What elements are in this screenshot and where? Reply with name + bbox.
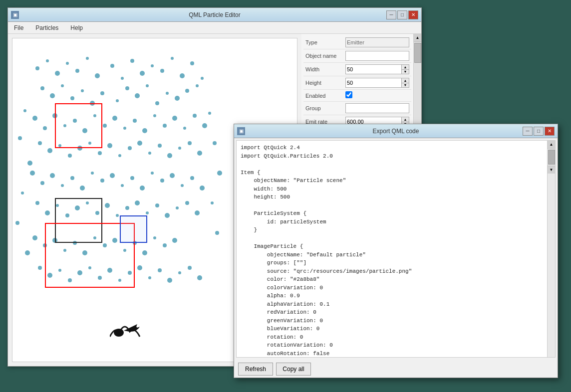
svg-point-131: [167, 278, 172, 283]
svg-point-27: [146, 84, 149, 87]
prop-height-up[interactable]: ▲: [402, 78, 409, 83]
export-scroll-up[interactable]: ▲: [548, 141, 555, 149]
svg-point-99: [165, 213, 170, 218]
prop-height-input[interactable]: [345, 78, 401, 88]
menu-particles[interactable]: Particles: [31, 23, 62, 32]
svg-point-76: [110, 173, 115, 178]
svg-point-102: [195, 210, 200, 215]
code-text[interactable]: import QtQuick 2.4 import QtQuick.Partic…: [237, 141, 547, 357]
svg-point-82: [170, 173, 175, 178]
svg-point-143: [217, 171, 222, 176]
export-maximize-button[interactable]: □: [534, 127, 544, 136]
svg-point-26: [135, 93, 140, 98]
minimize-button[interactable]: ─: [386, 10, 396, 19]
export-title-bar: ▣ Export QML code ─ □ ✕: [234, 124, 558, 138]
svg-point-41: [112, 116, 117, 121]
export-dialog: ▣ Export QML code ─ □ ✕ import QtQuick 2…: [234, 124, 558, 378]
prop-type-input: [345, 37, 409, 47]
svg-point-85: [200, 186, 205, 191]
prop-group-input[interactable]: [345, 103, 409, 113]
copy-all-button[interactable]: Copy all: [276, 363, 311, 376]
svg-point-3: [66, 62, 69, 65]
svg-point-133: [188, 266, 192, 270]
close-button[interactable]: ✕: [408, 10, 418, 19]
svg-point-34: [43, 126, 47, 130]
svg-point-132: [178, 271, 181, 274]
svg-point-47: [172, 116, 177, 121]
export-close-button[interactable]: ✕: [545, 127, 555, 136]
svg-point-68: [30, 171, 35, 176]
svg-point-101: [185, 201, 189, 205]
svg-point-51: [38, 141, 42, 145]
scroll-arrow-up[interactable]: ▲: [414, 34, 421, 42]
export-scroll-down[interactable]: ▼: [548, 166, 555, 174]
prop-height-down[interactable]: ▼: [402, 83, 409, 88]
prop-height-label: Height: [303, 76, 343, 90]
svg-point-15: [190, 61, 194, 65]
properties-table: Type Object name: [303, 36, 411, 129]
svg-point-6: [95, 73, 100, 78]
svg-point-13: [171, 57, 174, 60]
svg-point-86: [35, 201, 39, 205]
prop-width-up[interactable]: ▲: [402, 65, 409, 70]
svg-point-24: [116, 99, 119, 102]
svg-point-0: [35, 66, 39, 70]
svg-point-84: [190, 176, 194, 180]
svg-point-10: [140, 71, 145, 76]
svg-point-65: [178, 147, 181, 150]
emitter-box-red-top[interactable]: [55, 103, 102, 148]
svg-point-11: [151, 64, 154, 67]
prop-width-down[interactable]: ▼: [402, 70, 409, 74]
svg-point-52: [47, 148, 52, 153]
svg-point-28: [155, 101, 159, 105]
svg-point-114: [142, 250, 147, 255]
svg-point-67: [197, 151, 202, 156]
svg-point-146: [114, 329, 124, 337]
svg-point-63: [158, 144, 162, 148]
bird-silhouette: [110, 317, 150, 342]
prop-enabled-checkbox[interactable]: [345, 91, 352, 98]
menu-file[interactable]: File: [10, 23, 27, 32]
scroll-thumb[interactable]: [414, 43, 421, 63]
prop-objectname-label: Object name: [303, 49, 343, 63]
svg-point-103: [32, 235, 37, 240]
svg-point-60: [128, 146, 132, 150]
export-minimize-button[interactable]: ─: [523, 127, 533, 136]
svg-point-98: [155, 203, 159, 207]
maximize-button[interactable]: □: [397, 10, 407, 19]
export-code-area: import QtQuick 2.4 import QtQuick.Partic…: [236, 140, 556, 358]
svg-point-40: [103, 124, 107, 128]
svg-point-42: [123, 127, 126, 130]
refresh-button[interactable]: Refresh: [238, 363, 273, 376]
emitter-box-blue[interactable]: [120, 215, 147, 243]
svg-point-33: [32, 116, 37, 121]
svg-point-1: [46, 59, 49, 62]
svg-point-142: [213, 141, 217, 145]
svg-point-79: [140, 186, 145, 191]
prop-width-input[interactable]: [345, 64, 401, 74]
prop-objectname-value: [343, 49, 411, 63]
svg-point-129: [148, 276, 151, 279]
svg-point-73: [80, 186, 85, 191]
svg-point-75: [100, 179, 104, 183]
svg-point-45: [153, 114, 156, 117]
svg-point-118: [38, 266, 42, 270]
svg-point-141: [208, 112, 211, 115]
menu-help[interactable]: Help: [66, 23, 87, 32]
svg-point-71: [61, 184, 64, 187]
prop-objectname-row: Object name: [303, 49, 411, 63]
prop-objectname-input[interactable]: [345, 51, 409, 61]
prop-emitrate-up[interactable]: ▲: [402, 117, 409, 122]
svg-point-134: [197, 275, 202, 280]
svg-point-87: [45, 210, 50, 215]
export-scrollbar[interactable]: ▲ ▼: [547, 141, 555, 357]
svg-point-115: [153, 236, 156, 239]
prop-height-spinbox: ▲ ▼: [345, 78, 409, 88]
svg-point-12: [160, 69, 164, 73]
svg-point-95: [125, 206, 129, 210]
svg-point-5: [86, 57, 89, 60]
svg-point-4: [75, 69, 79, 73]
export-scroll-thumb[interactable]: [548, 150, 555, 165]
svg-point-32: [196, 84, 199, 87]
prop-width-row: Width ▲ ▼: [303, 63, 411, 76]
